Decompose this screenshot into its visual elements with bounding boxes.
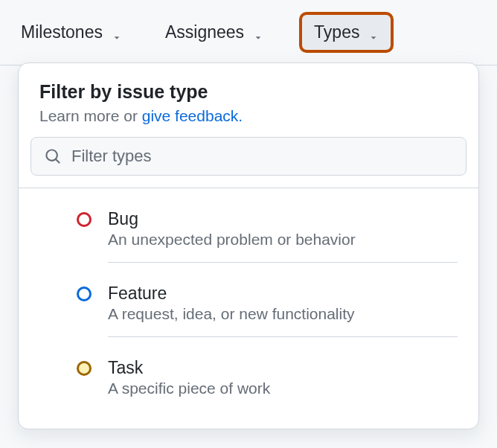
type-description: A request, idea, or new functionality — [108, 305, 458, 323]
types-dropdown-panel: Filter by issue type Learn more or give … — [18, 63, 479, 429]
circle-icon — [77, 287, 92, 301]
chevron-down-icon — [112, 28, 122, 38]
filter-milestones-label: Milestones — [21, 22, 103, 42]
type-description: An unexpected problem or behavior — [108, 231, 458, 249]
search-box[interactable] — [31, 137, 466, 176]
chevron-down-icon — [368, 28, 379, 38]
type-item-task[interactable]: Task A specific piece of work — [19, 348, 478, 408]
type-name: Task — [108, 358, 458, 378]
filter-types-input[interactable] — [71, 147, 452, 166]
type-description: A specific piece of work — [108, 380, 458, 397]
filter-milestones[interactable]: Milestones — [13, 18, 129, 47]
type-text: Task A specific piece of work — [108, 358, 458, 397]
search-wrap — [19, 137, 478, 188]
type-text: Bug An unexpected problem or behavior — [108, 209, 458, 263]
dropdown-subtitle: Learn more or give feedback. — [39, 107, 458, 125]
filter-bar: Milestones Assignees Types — [0, 0, 497, 65]
type-name: Bug — [108, 209, 458, 229]
filter-assignees[interactable]: Assignees — [158, 18, 271, 47]
filter-types[interactable]: Types — [299, 12, 394, 53]
chevron-down-icon — [253, 28, 263, 38]
type-name: Feature — [108, 284, 458, 304]
type-item-feature[interactable]: Feature A request, idea, or new function… — [19, 273, 478, 348]
type-text: Feature A request, idea, or new function… — [108, 284, 458, 337]
dropdown-header: Filter by issue type Learn more or give … — [19, 63, 478, 137]
give-feedback-link[interactable]: give feedback. — [142, 107, 243, 124]
type-list: Bug An unexpected problem or behavior Fe… — [19, 188, 478, 429]
circle-icon — [77, 361, 92, 376]
circle-icon — [77, 212, 92, 227]
filter-assignees-label: Assignees — [165, 22, 244, 42]
type-item-bug[interactable]: Bug An unexpected problem or behavior — [19, 199, 478, 273]
filter-types-label: Types — [314, 22, 359, 42]
dropdown-title: Filter by issue type — [39, 81, 458, 103]
search-icon — [45, 148, 61, 164]
dropdown-subtitle-prefix: Learn more or — [39, 107, 142, 124]
